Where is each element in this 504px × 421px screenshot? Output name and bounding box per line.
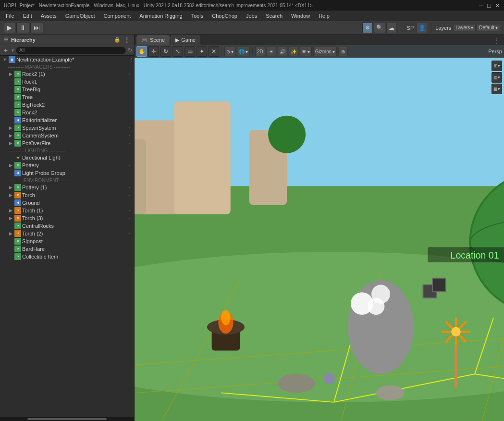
default-dropdown[interactable]: Default ▾ [477,24,500,31]
menu-window[interactable]: Window [287,12,314,20]
rect-tool-button[interactable]: ▭ [184,46,195,57]
menu-jobs[interactable]: Jobs [242,12,261,20]
scene-viewport[interactable]: Location 01 X Y Z ✋ ✛ ↻ ⤡ ▭ [135,45,504,421]
pottery1-icon: P [14,184,21,191]
game-tab[interactable]: ▶ Game [171,35,200,45]
hierarchy-item-rock2-1[interactable]: ▶ P Rock2 (1) › [0,70,134,78]
menu-tools[interactable]: Tools [187,12,208,20]
hierarchy-item-centralrocks[interactable]: P CentralRocks [0,222,134,230]
hierarchy-item-ground[interactable]: ⧫ Ground [0,199,134,207]
lighting-toggle-button[interactable]: ☀ [267,47,276,56]
2d-toggle-button[interactable]: 2D [255,47,265,56]
hierarchy-item-rock2[interactable]: P Rock2 [0,109,134,116]
hierarchy-tab[interactable]: Hierarchy [11,37,36,43]
hierarchy-item-rock1[interactable]: P Rock1 [0,78,134,86]
hierarchy-menu[interactable]: ⋮ [123,36,130,44]
close-button[interactable]: ✕ [495,2,500,9]
rotate-tool-button[interactable]: ↻ [160,46,171,57]
minimize-button[interactable]: ─ [479,2,483,9]
svg-rect-59 [432,278,445,291]
hierarchy-item-torch2[interactable]: ▶ P Torch (2) › [0,230,134,237]
menu-help[interactable]: Help [315,12,333,20]
menu-component[interactable]: Component [99,12,135,20]
rock2-1-chevron: › [126,71,132,77]
cloud-button[interactable]: ☁ [386,23,397,33]
hierarchy-refresh-icon[interactable]: ↻ [128,47,132,53]
layers-dropdown[interactable]: Layers ▾ [453,24,476,31]
scene-view-button[interactable]: ▤▾ [492,72,502,83]
hierarchy-item-collectibleitem[interactable]: P Collectible Item [0,253,134,260]
sp-label: SP [405,25,416,31]
menu-assets[interactable]: Assets [37,12,61,20]
hierarchy-item-camerasystem[interactable]: ▶ P CameraSystem › [0,132,134,139]
hierarchy-item-editorinit[interactable]: ⧫ EditorInitializer [0,116,134,124]
hierarchy-item-torch3[interactable]: ▶ P Torch (3) › [0,214,134,222]
hand-tool-button[interactable]: ✋ [136,46,147,57]
global-button[interactable]: 🌐 ▾ [237,47,250,56]
root-menu[interactable]: ⋮ [129,57,134,62]
expand-arrow-rock2-1: ▶ [8,71,13,77]
step-button[interactable]: ⏭ [30,23,43,33]
expand-spawnsystem: ▶ [8,125,13,131]
torch2-label: Torch (2) [22,231,134,236]
gizmos-dropdown: ▾ [332,49,335,54]
scene-tab-icon: 🎮 [141,37,148,43]
pause-button[interactable]: ⏸ [16,23,29,33]
audio-toggle-button[interactable]: 🔊 [278,47,287,56]
centralrocks-icon: P [14,223,21,229]
root-label: NewInteractionExample* [16,57,129,62]
custom-tool-button[interactable]: ✕ [209,46,219,57]
search-button[interactable]: 🔍 [374,23,385,33]
menu-chopchop[interactable]: ChopChop [208,12,241,20]
scene-tab-label: Scene [150,37,165,43]
move-tool-button[interactable]: ✛ [148,46,159,57]
gizmos-button[interactable]: Gizmos ▾ [313,47,337,56]
menu-edit[interactable]: Edit [19,12,36,20]
hierarchy-item-bardhare[interactable]: P BardHare [0,245,134,253]
default-label: Default [479,25,494,30]
hierarchy-item-potorerfire[interactable]: ▶ P PotOverFire › [0,139,134,147]
camerasystem-icon: P [14,132,21,139]
menu-gameobject[interactable]: GameObject [61,12,99,20]
play-button[interactable]: ▶ [4,23,15,33]
transform-tool-button[interactable]: ✦ [197,46,207,57]
rock2-label: Rock2 [22,110,134,115]
hierarchy-item-lightprobegroup[interactable]: ⧫ Light Probe Group [0,169,134,177]
expand-arrow-root: ▼ [2,57,8,62]
scene-render-button[interactable]: ▦▾ [492,84,502,94]
window-controls: ─ □ ✕ [479,2,500,9]
maximize-button[interactable]: □ [487,2,491,9]
scene-menu-button[interactable]: ⋮ [492,37,502,45]
hierarchy-search-input[interactable] [16,47,126,54]
scene-search-button[interactable]: ⊕ [338,47,348,56]
fx-toggle-button[interactable]: ✨ [289,47,298,56]
hierarchy-lock[interactable]: 🔒 [114,37,121,43]
layers-label: Layers [435,25,451,31]
layers-dropdown-arrow: ▾ [471,25,473,30]
hierarchy-scrollbar[interactable] [0,417,134,421]
hierarchy-item-bigrock2[interactable]: P BigRock2 [0,101,134,109]
menu-file[interactable]: File [2,12,18,20]
hierarchy-item-pottery[interactable]: ▶ P Pottery › [0,161,134,169]
torch-label: Torch [22,192,134,198]
scale-tool-button[interactable]: ⤡ [172,46,183,57]
tool-mode-button[interactable]: ⚙ [362,23,373,33]
hierarchy-item-treebig[interactable]: P TreeBig [0,86,134,93]
hierarchy-item-signpost[interactable]: P Signpost [0,237,134,245]
hierarchy-add-button[interactable]: + [2,47,10,54]
account-button[interactable]: 👤 [417,23,427,33]
hierarchy-item-torch[interactable]: ▶ P Torch › [0,191,134,199]
scene-tab[interactable]: 🎮 Scene [136,35,170,45]
hierarchy-item-torch1[interactable]: ▶ P Torch (1) › [0,207,134,214]
hierarchy-item-root[interactable]: ▼ ⧫ NewInteractionExample* ⋮ [0,56,134,63]
hierarchy-item-dirlight[interactable]: ☀ Directional Light [0,154,134,161]
hierarchy-item-spawnsystem[interactable]: ▶ P SpawnSystem › [0,124,134,132]
scene-grid-button[interactable]: ⊞▾ [492,61,502,71]
menu-search[interactable]: Search [262,12,286,20]
pivot-dropdown: ▾ [231,49,234,54]
hierarchy-item-tree[interactable]: P Tree [0,93,134,101]
pivot-button[interactable]: ⊙ ▾ [224,47,235,56]
hierarchy-item-pottery1[interactable]: ▶ P Pottery (1) › [0,184,134,191]
render-mode-button[interactable]: 👁 ▾ [300,47,312,56]
menu-animation-rigging[interactable]: Animation Rigging [135,12,186,20]
